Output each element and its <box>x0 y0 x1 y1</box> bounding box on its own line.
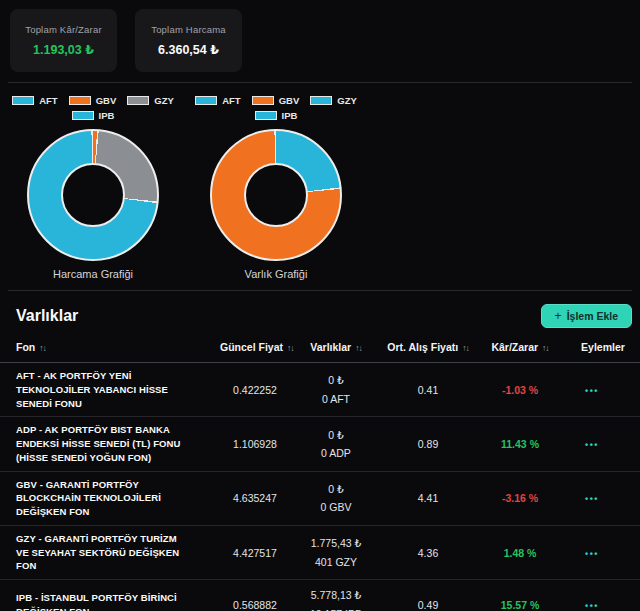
legend-item-gbv[interactable]: GBV <box>252 95 300 106</box>
add-transaction-label: İşlem Ekle <box>567 310 618 322</box>
legend-swatch-icon <box>127 96 149 105</box>
avg-buy-price-cell: 0.89 <box>382 417 474 471</box>
holdings-units: 401 GZY <box>290 553 382 571</box>
legend-label: GBV <box>96 95 117 106</box>
actions-cell: ••• <box>566 525 640 579</box>
legend-row: IPB <box>195 110 357 121</box>
legend-row: IPB <box>12 110 174 121</box>
current-price-cell: 0.568882 <box>220 580 290 611</box>
total-spending-label: Toplam Harcama <box>151 24 226 35</box>
legend-row: AFTGBVGZY <box>12 95 174 106</box>
profit-loss-cell: 11.43 % <box>474 417 566 471</box>
legend-item-aft[interactable]: AFT <box>195 95 240 106</box>
legend-swatch-icon <box>12 96 34 105</box>
holdings-units: 0 AFT <box>290 390 382 408</box>
fund-cell: IPB - İSTANBUL PORTFÖY BİRİNCİ DEĞİŞKEN … <box>0 580 220 611</box>
legend-label: IPB <box>99 110 115 121</box>
charts-section: AFTGBVGZYIPB Harcama Grafiği AFTGBVGZYIP… <box>0 83 640 290</box>
legend-item-ipb[interactable]: IPB <box>72 110 115 121</box>
column-header-g-ncel-fiyat[interactable]: Güncel Fiyat↑↓ <box>220 330 290 363</box>
plus-icon: + <box>555 310 562 322</box>
column-header-ort-al-fiyat-[interactable]: Ort. Alış Fiyatı↑↓ <box>382 330 474 363</box>
holdings-cell: 0 ₺0 GBV <box>290 471 382 525</box>
assets-chart-legend: AFTGBVGZYIPB <box>195 95 357 121</box>
current-price-cell: 1.106928 <box>220 417 290 471</box>
row-actions-menu-icon[interactable]: ••• <box>585 601 599 611</box>
row-actions-menu-icon[interactable]: ••• <box>585 386 599 396</box>
legend-swatch-icon <box>69 96 91 105</box>
assets-table: Fon↑↓Güncel Fiyat↑↓Varlıklar↑↓Ort. Alış … <box>0 330 640 611</box>
holdings-value: 0 ₺ <box>290 426 382 444</box>
row-actions-menu-icon[interactable]: ••• <box>585 549 599 559</box>
total-profit-card: Toplam Kâr/Zarar 1.193,03 ₺ <box>10 9 117 72</box>
holdings-units: 10.157 IPB <box>290 605 382 611</box>
legend-label: GZY <box>337 95 357 106</box>
holdings-cell: 0 ₺0 AFT <box>290 363 382 417</box>
assets-donut-wrap <box>210 129 342 261</box>
legend-label: GBV <box>279 95 300 106</box>
legend-item-gzy[interactable]: GZY <box>127 95 174 106</box>
assets-chart-block: AFTGBVGZYIPB Varlık Grafiği <box>186 95 366 280</box>
table-header-row: Fon↑↓Güncel Fiyat↑↓Varlıklar↑↓Ort. Alış … <box>0 330 640 363</box>
fund-cell: AFT - AK PORTFÖY YENİ TEKNOLOJİLER YABAN… <box>0 363 220 417</box>
legend-item-gzy[interactable]: GZY <box>310 95 357 106</box>
column-header-eylemler: Eylemler <box>566 330 640 363</box>
asset-row-adp: ADP - AK PORTFÖY BIST BANKA ENDEKSİ HİSS… <box>0 417 640 471</box>
sort-icon[interactable]: ↑↓ <box>542 343 549 353</box>
spending-donut-chart[interactable] <box>27 129 159 261</box>
fund-name: GZY - GARANTİ PORTFÖY TURİZM VE SEYAHAT … <box>16 532 184 573</box>
summary-cards: Toplam Kâr/Zarar 1.193,03 ₺ Toplam Harca… <box>0 0 640 82</box>
holdings-units: 0 GBV <box>290 498 382 516</box>
holdings-value: 0 ₺ <box>290 480 382 498</box>
fund-cell: GZY - GARANTİ PORTFÖY TURİZM VE SEYAHAT … <box>0 525 220 579</box>
assets-table-body: AFT - AK PORTFÖY YENİ TEKNOLOJİLER YABAN… <box>0 363 640 611</box>
legend-swatch-icon <box>72 111 94 120</box>
assets-donut-chart[interactable] <box>210 129 342 261</box>
row-actions-menu-icon[interactable]: ••• <box>585 494 599 504</box>
legend-item-aft[interactable]: AFT <box>12 95 57 106</box>
add-transaction-button[interactable]: + İşlem Ekle <box>541 304 632 328</box>
legend-item-ipb[interactable]: IPB <box>255 110 298 121</box>
fund-cell: GBV - GARANTİ PORTFÖY BLOCKCHAİN TEKNOLO… <box>0 471 220 525</box>
current-price-cell: 4.427517 <box>220 525 290 579</box>
legend-swatch-icon <box>195 96 217 105</box>
column-label: Kâr/Zarar <box>491 341 538 353</box>
asset-row-gbv: GBV - GARANTİ PORTFÖY BLOCKCHAİN TEKNOLO… <box>0 471 640 525</box>
legend-row: AFTGBVGZY <box>195 95 357 106</box>
fund-cell: ADP - AK PORTFÖY BIST BANKA ENDEKSİ HİSS… <box>0 417 220 471</box>
column-header-fon[interactable]: Fon↑↓ <box>0 330 220 363</box>
asset-row-ipb: IPB - İSTANBUL PORTFÖY BİRİNCİ DEĞİŞKEN … <box>0 580 640 611</box>
actions-cell: ••• <box>566 580 640 611</box>
column-label: Ort. Alış Fiyatı <box>387 341 458 353</box>
legend-label: AFT <box>222 95 240 106</box>
actions-cell: ••• <box>566 363 640 417</box>
row-actions-menu-icon[interactable]: ••• <box>585 440 599 450</box>
avg-buy-price-cell: 0.49 <box>382 580 474 611</box>
column-header-varl-klar[interactable]: Varlıklar↑↓ <box>290 330 382 363</box>
column-header-k-r-zarar[interactable]: Kâr/Zarar↑↓ <box>474 330 566 363</box>
sort-icon[interactable]: ↑↓ <box>355 343 362 353</box>
assets-section-header: Varlıklar + İşlem Ekle <box>0 291 640 330</box>
profit-loss-cell: 15.57 % <box>474 580 566 611</box>
spending-chart-block: AFTGBVGZYIPB Harcama Grafiği <box>0 95 186 280</box>
legend-swatch-icon <box>310 96 332 105</box>
donut-hole <box>244 163 308 227</box>
total-profit-value: 1.193,03 ₺ <box>33 42 94 57</box>
legend-label: IPB <box>282 110 298 121</box>
legend-label: AFT <box>39 95 57 106</box>
fund-name: GBV - GARANTİ PORTFÖY BLOCKCHAİN TEKNOLO… <box>16 478 184 519</box>
total-spending-card: Toplam Harcama 6.360,54 ₺ <box>135 9 242 72</box>
total-profit-label: Toplam Kâr/Zarar <box>25 24 102 35</box>
holdings-cell: 0 ₺0 ADP <box>290 417 382 471</box>
actions-cell: ••• <box>566 417 640 471</box>
legend-swatch-icon <box>255 111 277 120</box>
legend-item-gbv[interactable]: GBV <box>69 95 117 106</box>
legend-label: GZY <box>154 95 174 106</box>
assets-chart-caption: Varlık Grafiği <box>245 268 308 280</box>
sort-icon[interactable]: ↑↓ <box>39 343 46 353</box>
sort-icon[interactable]: ↑↓ <box>287 343 294 353</box>
current-price-cell: 0.422252 <box>220 363 290 417</box>
legend-swatch-icon <box>252 96 274 105</box>
avg-buy-price-cell: 4.41 <box>382 471 474 525</box>
sort-icon[interactable]: ↑↓ <box>462 343 469 353</box>
